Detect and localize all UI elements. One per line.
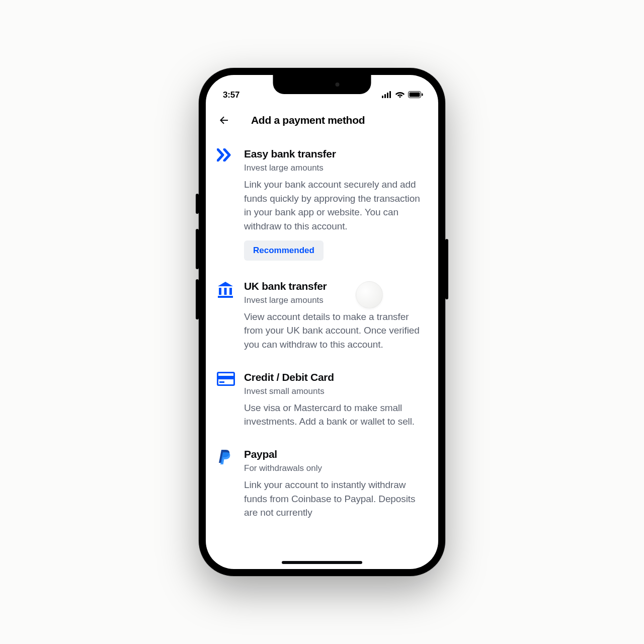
svg-rect-10 (218, 296, 233, 298)
svg-rect-5 (410, 93, 420, 97)
touch-indicator (356, 281, 383, 308)
option-paypal[interactable]: Paypal For withdrawals only Link your ac… (217, 441, 427, 532)
svg-rect-6 (422, 94, 423, 96)
svg-rect-3 (389, 91, 391, 98)
back-button[interactable] (217, 113, 231, 127)
nav-bar: Add a payment method (206, 102, 438, 136)
volume-up-button (196, 229, 199, 269)
svg-rect-12 (218, 376, 234, 379)
svg-rect-2 (387, 93, 388, 98)
svg-rect-13 (219, 381, 224, 383)
cellular-icon (382, 91, 392, 100)
option-easy-bank-transfer[interactable]: Easy bank transfer Invest large amounts … (217, 140, 427, 273)
front-camera (335, 83, 339, 87)
silence-switch (196, 194, 199, 214)
double-chevron-icon (217, 154, 234, 163)
option-description: Link your account to instantly withdraw … (244, 478, 427, 520)
home-indicator[interactable] (282, 561, 362, 564)
payment-method-list: Easy bank transfer Invest large amounts … (206, 136, 438, 532)
paypal-icon (217, 459, 232, 467)
page-title: Add a payment method (251, 114, 365, 126)
battery-icon (408, 91, 423, 100)
phone-frame: 3:57 (199, 68, 445, 576)
svg-rect-9 (229, 288, 232, 295)
wifi-icon (395, 91, 405, 100)
option-title: UK bank transfer (244, 280, 427, 293)
svg-rect-1 (384, 94, 386, 98)
option-uk-bank-transfer[interactable]: UK bank transfer Invest large amounts Vi… (217, 273, 427, 364)
svg-rect-7 (219, 288, 221, 295)
option-description: View account details to make a transfer … (244, 310, 427, 352)
screen-content: Add a payment method Easy bank transfer (206, 75, 438, 569)
option-subtitle: Invest large amounts (244, 295, 427, 306)
card-icon (217, 379, 235, 387)
phone-notch (273, 75, 371, 94)
volume-down-button (196, 279, 199, 319)
option-title: Easy bank transfer (244, 147, 427, 160)
option-subtitle: Invest small amounts (244, 386, 427, 397)
status-time: 3:57 (223, 90, 239, 100)
back-arrow-icon (218, 114, 230, 126)
svg-rect-0 (382, 96, 383, 98)
svg-rect-8 (224, 288, 227, 295)
option-subtitle: For withdrawals only (244, 463, 427, 474)
bank-icon (217, 291, 234, 299)
phone-screen: 3:57 (206, 75, 438, 569)
option-title: Credit / Debit Card (244, 371, 427, 384)
power-button (445, 239, 448, 299)
recommended-badge: Recommended (244, 240, 324, 261)
option-description: Use visa or Mastercard to make small inv… (244, 401, 427, 429)
option-subtitle: Invest large amounts (244, 163, 427, 174)
option-title: Paypal (244, 448, 427, 461)
option-credit-debit-card[interactable]: Credit / Debit Card Invest small amounts… (217, 364, 427, 441)
option-description: Link your bank account securely and add … (244, 178, 427, 233)
